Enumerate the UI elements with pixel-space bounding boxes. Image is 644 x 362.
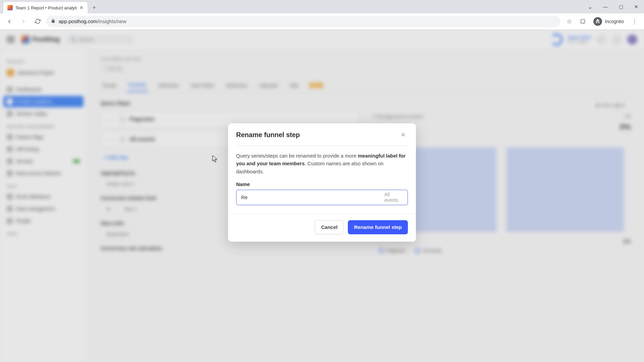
window-controls: ⌄ ― ▢ ✕ (582, 0, 644, 13)
incognito-label: Incognito (605, 19, 624, 24)
new-tab-button[interactable]: + (90, 3, 99, 12)
tab-title: Team 1 Report • Product analyti (15, 5, 77, 10)
svg-rect-0 (581, 19, 585, 23)
forward-button[interactable] (18, 16, 29, 27)
cancel-button[interactable]: Cancel (315, 220, 344, 234)
reload-button[interactable] (32, 16, 43, 27)
modal-header: Rename funnel step (228, 123, 416, 145)
close-window-button[interactable]: ✕ (629, 1, 644, 12)
browser-menu-icon[interactable]: ⋮ (629, 18, 640, 25)
tab-favicon (7, 5, 13, 10)
modal-title: Rename funnel step (236, 131, 300, 139)
modal-overlay[interactable]: Rename funnel step Query series/steps ca… (0, 29, 644, 362)
name-input-wrapper: All events (236, 190, 408, 205)
url-field[interactable]: app.posthog.com/insights/new (46, 16, 560, 27)
url-text: app.posthog.com/insights/new (59, 18, 126, 24)
modal-footer: Cancel Rename funnel step (228, 214, 416, 242)
modal-close-button[interactable] (398, 130, 408, 139)
incognito-icon (593, 17, 602, 26)
address-bar: app.posthog.com/insights/new ☆ Incognito… (0, 13, 644, 29)
maximize-button[interactable]: ▢ (613, 1, 629, 12)
rename-funnel-step-modal: Rename funnel step Query series/steps ca… (228, 123, 416, 242)
tab-search-icon[interactable]: ⌄ (582, 1, 598, 12)
rename-funnel-step-button[interactable]: Rename funnel step (348, 220, 408, 234)
app-viewport: PostHog 🔍 Search Quick Start1 of 7 steps… (0, 29, 644, 362)
modal-body: Query series/steps can be renamed to pro… (228, 146, 416, 213)
tab-close-icon[interactable]: ✕ (79, 5, 84, 10)
name-input[interactable] (236, 190, 408, 205)
tab-bar: Team 1 Report • Product analyti ✕ + ⌄ ― … (0, 0, 644, 13)
minimize-button[interactable]: ― (598, 1, 613, 12)
browser-chrome: Team 1 Report • Product analyti ✕ + ⌄ ― … (0, 0, 644, 29)
name-label: Name (236, 181, 408, 187)
back-button[interactable] (4, 16, 15, 27)
close-icon (400, 132, 406, 137)
modal-description: Query series/steps can be renamed to pro… (236, 152, 408, 175)
incognito-indicator[interactable]: Incognito (591, 16, 627, 27)
extensions-icon[interactable] (577, 16, 588, 27)
bookmark-icon[interactable]: ☆ (564, 16, 575, 27)
name-input-placeholder: All events (384, 191, 403, 203)
lock-icon (51, 19, 55, 24)
browser-tab[interactable]: Team 1 Report • Product analyti ✕ (3, 2, 88, 13)
